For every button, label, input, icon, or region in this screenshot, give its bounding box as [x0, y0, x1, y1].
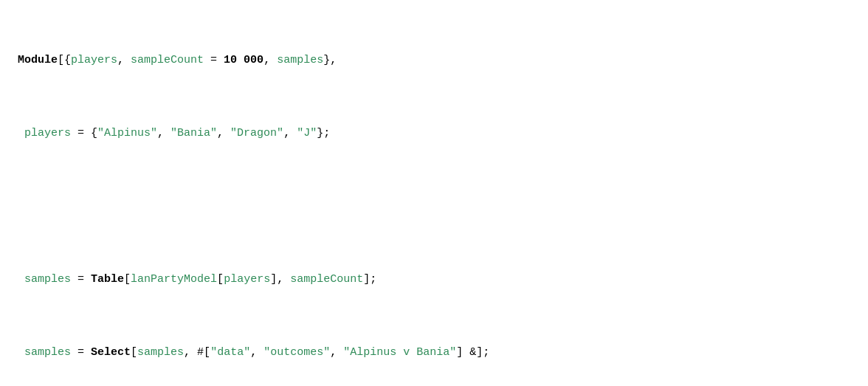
str-outcomes: "outcomes": [264, 346, 330, 359]
module-keyword: Module: [18, 54, 58, 66]
samplecount-var-2: sampleCount: [290, 273, 363, 286]
samples-var-1: samples: [277, 54, 323, 66]
lanpartymodel-fn: lanPartyModel: [131, 273, 217, 286]
str-dragon: "Dragon": [230, 127, 283, 139]
samples-var-4: samples: [137, 346, 184, 359]
samplecount-var: sampleCount: [131, 54, 204, 66]
code-line-3: samples = Table[lanPartyModel[players], …: [18, 271, 850, 289]
str-bania: "Bania": [170, 127, 217, 139]
code-block: Module[{players, sampleCount = 10 000, s…: [18, 15, 850, 386]
players-var: players: [71, 54, 117, 66]
blank-line-1: [18, 198, 850, 216]
str-data: "data": [210, 346, 250, 359]
str-alpinus-v-bania: "Alpinus v Bania": [343, 346, 456, 359]
code-line-4: samples = Select[samples, #["data", "out…: [18, 344, 850, 362]
players-var-3: players: [224, 273, 270, 286]
table-keyword: Table: [91, 273, 124, 286]
samples-var-3: samples: [24, 346, 71, 359]
samples-var-2: samples: [24, 273, 71, 286]
str-alpinus: "Alpinus": [97, 127, 157, 139]
players-var-2: players: [24, 127, 71, 139]
code-line-1: Module[{players, sampleCount = 10 000, s…: [18, 52, 850, 70]
number-10000: 10 000: [224, 54, 264, 66]
code-line-2: players = {"Alpinus", "Bania", "Dragon",…: [18, 125, 850, 143]
select-keyword: Select: [91, 346, 131, 359]
str-j: "J": [297, 127, 317, 139]
